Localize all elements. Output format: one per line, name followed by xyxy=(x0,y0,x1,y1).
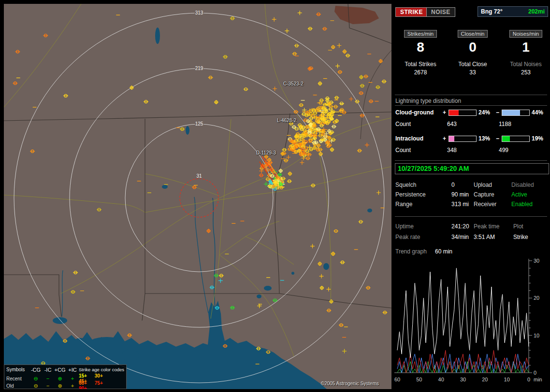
plot-label: Plot xyxy=(513,223,523,230)
app-window: 31321912531 Symbols -CG -IC +CG +IC Stri… xyxy=(0,0,550,392)
svg-text:31: 31 xyxy=(196,173,202,179)
bar-fill xyxy=(502,136,510,141)
cg-minus-count: 1188 xyxy=(499,121,511,127)
range-row: Range 313 mi Receiver Enabled xyxy=(395,201,548,208)
svg-text:20: 20 xyxy=(534,295,539,301)
squelch-value: 0 xyxy=(451,182,455,188)
strike-indicator-button[interactable]: STRIKE xyxy=(395,7,428,17)
svg-text:313: 313 xyxy=(195,10,203,15)
svg-text:min: min xyxy=(534,377,542,382)
total-strikes-value: 2678 xyxy=(394,69,447,76)
legend-old-label: Old xyxy=(6,383,29,389)
age-code: 60+ xyxy=(79,380,93,386)
total-close-label: Total Close xyxy=(446,61,499,68)
trend-graph-label: Trend graph xyxy=(395,248,427,255)
peak-time-value: 3:51 AM xyxy=(474,234,495,240)
intracloud-label: Intracloud xyxy=(395,135,423,142)
plus-sign: + xyxy=(443,135,446,142)
total-noises-value: 253 xyxy=(499,69,550,76)
age-code: 15+ xyxy=(79,373,93,378)
ic-minus-bar xyxy=(502,136,530,142)
pos-ic-icon: + xyxy=(66,383,79,389)
persistence-label: Persistence xyxy=(395,191,426,198)
receiver-status: Enabled xyxy=(511,201,533,208)
cg-minus-pct: 44% xyxy=(532,109,543,116)
pos-cg-icon: ⊕ xyxy=(54,376,66,382)
sidebar: STRIKE NOISE Bng 72° 202mi Strikes/min 8… xyxy=(392,0,550,392)
noises-per-min-label: Noises/min xyxy=(509,30,542,38)
storm-cell-label: C-3523-2 xyxy=(283,81,304,86)
range-value: 313 mi xyxy=(451,201,469,208)
map-area[interactable]: 31321912531 Symbols -CG -IC +CG +IC Stri… xyxy=(4,4,391,389)
legend-pos-ic-label: +IC xyxy=(66,367,79,373)
intracloud-row: Intracloud + 13% − 19% xyxy=(395,135,548,142)
uptime-value: 241:20 xyxy=(451,223,469,230)
land-background xyxy=(4,4,391,389)
svg-text:125: 125 xyxy=(195,121,203,126)
count-label: Count xyxy=(395,147,411,154)
divider xyxy=(395,216,547,217)
map-svg: 31321912531 xyxy=(4,4,391,389)
trend-graph: 30201006050403020100min xyxy=(393,257,547,390)
cg-minus-bar xyxy=(502,110,530,116)
cloud-ground-row: Cloud-ground + 24% − 44% xyxy=(395,109,548,116)
uptime-label: Uptime xyxy=(395,223,414,230)
strikes-per-min-label: Strikes/min xyxy=(404,30,437,38)
svg-text:50: 50 xyxy=(416,377,422,382)
neg-cg-icon: ⊖ xyxy=(29,383,42,389)
ic-minus-count: 499 xyxy=(499,147,508,154)
age-code: 75+ xyxy=(95,380,109,386)
uptime-row: Uptime 241:20 Peak time Plot xyxy=(395,223,548,230)
neg-ic-icon: − xyxy=(42,376,54,381)
legend-neg-cg-label: -CG xyxy=(29,367,42,373)
cloud-ground-label: Cloud-ground xyxy=(395,109,434,116)
strikes-column: Strikes/min 8 Total Strikes 2678 xyxy=(394,30,447,76)
noise-indicator-button[interactable]: NOISE xyxy=(426,7,455,17)
legend-pos-cg-label: +CG xyxy=(54,367,66,373)
bearing-label: Bng 72° xyxy=(481,8,503,15)
divider xyxy=(395,160,547,161)
trend-window-value: 60 min xyxy=(435,248,452,255)
svg-text:10: 10 xyxy=(534,333,539,338)
persistence-value: 90 min xyxy=(451,191,469,198)
bar-fill xyxy=(449,110,459,115)
peak-rate-label: Peak rate xyxy=(395,234,420,240)
ic-minus-pct: 19% xyxy=(532,135,543,142)
minus-sign: − xyxy=(496,109,499,116)
legend-header-row: Symbols -CG -IC +CG +IC Strike age color… xyxy=(6,366,124,373)
divider xyxy=(395,95,547,95)
pos-ic-icon: + xyxy=(66,376,79,381)
cg-plus-count: 643 xyxy=(447,121,457,127)
svg-text:30: 30 xyxy=(534,258,539,264)
capture-label: Capture xyxy=(474,191,494,198)
persistence-row: Persistence 90 min Capture Active xyxy=(395,191,548,198)
legend-recent-row: Recent ⊖ − ⊕ + 15+ 30+ 45+ xyxy=(6,373,124,380)
peak-rate-row: Peak rate 34/min 3:51 AM Strike xyxy=(395,234,548,241)
plus-sign: + xyxy=(443,109,446,116)
legend-symbols-label: Symbols xyxy=(6,367,29,372)
storm-cell-label: D-1129-3 xyxy=(256,150,276,155)
total-close-value: 33 xyxy=(446,69,499,76)
neg-ic-icon: − xyxy=(42,383,54,389)
cg-plus-pct: 24% xyxy=(478,109,490,116)
intracloud-count-row: Count 348 499 xyxy=(395,147,548,154)
copyright-text: ©2005 Astrogenic Systems xyxy=(321,381,379,386)
pos-cg-icon: ⊕ xyxy=(54,383,66,389)
svg-text:30: 30 xyxy=(460,377,466,382)
cloud-ground-count-row: Count 643 1188 xyxy=(395,121,548,127)
svg-text:10: 10 xyxy=(504,377,510,382)
noises-column: Noises/min 1 Total Noises 253 xyxy=(499,30,550,76)
ic-plus-count: 348 xyxy=(447,147,457,154)
svg-text:60: 60 xyxy=(394,377,400,382)
neg-cg-icon: ⊖ xyxy=(29,376,42,382)
legend-age-title: Strike age color codes xyxy=(79,367,124,372)
noises-per-min-value: 1 xyxy=(499,40,550,55)
upload-label: Upload xyxy=(474,182,492,188)
bearing-distance: 202mi xyxy=(528,8,545,15)
age-code: 30+ xyxy=(95,373,109,378)
range-label: Range xyxy=(395,201,412,208)
squelch-label: Squelch xyxy=(395,182,416,188)
bar-fill xyxy=(449,136,454,141)
strikes-per-min-value: 8 xyxy=(394,40,447,55)
count-label: Count xyxy=(395,121,411,127)
